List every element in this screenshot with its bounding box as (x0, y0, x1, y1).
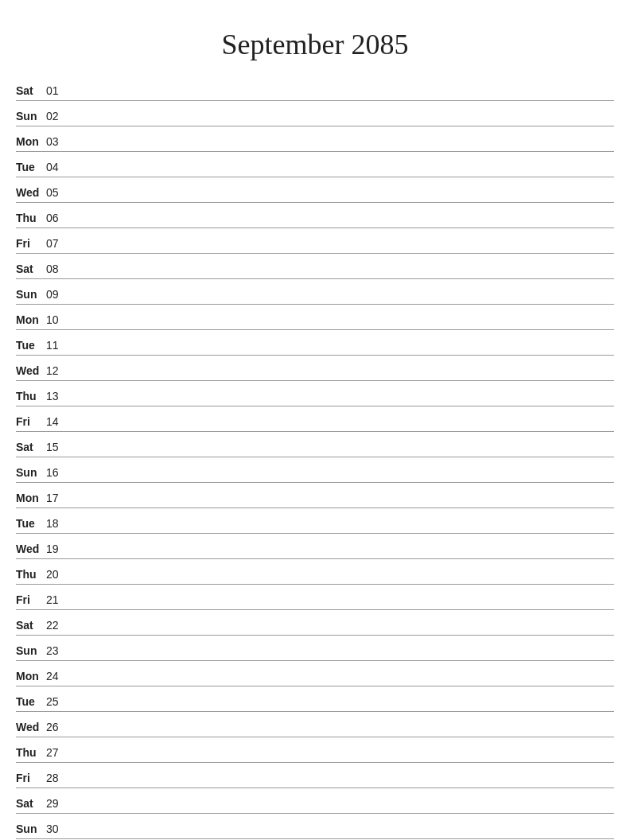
day-name: Fri (16, 593, 46, 609)
day-name: Mon (16, 670, 46, 686)
day-name: Thu (16, 568, 46, 584)
calendar-row: Thu13 (16, 381, 614, 406)
day-number: 02 (46, 110, 70, 126)
day-number: 11 (46, 339, 70, 355)
day-line (70, 710, 614, 711)
page: September 2085 Sat01Sun02Mon03Tue04Wed05… (0, 0, 630, 840)
day-line (70, 761, 614, 762)
day-line (70, 303, 614, 304)
day-line (70, 481, 614, 482)
day-line (70, 507, 614, 508)
day-number: 19 (46, 542, 70, 558)
day-name: Tue (16, 517, 46, 533)
day-number: 13 (46, 390, 70, 406)
day-name: Sat (16, 619, 46, 635)
calendar-row: Sat22 (16, 610, 614, 636)
day-line (70, 354, 614, 355)
calendar-row: Tue18 (16, 508, 614, 534)
day-number: 20 (46, 568, 70, 584)
calendar-row: Wed26 (16, 712, 614, 737)
day-number: 27 (46, 746, 70, 762)
day-name: Wed (16, 542, 46, 558)
day-line (70, 634, 614, 635)
day-name: Thu (16, 212, 46, 228)
day-name: Tue (16, 695, 46, 711)
day-line (70, 252, 614, 253)
day-name: Thu (16, 390, 46, 406)
calendar-row: Wed19 (16, 534, 614, 559)
day-name: Wed (16, 186, 46, 202)
day-name: Thu (16, 746, 46, 762)
calendar-row: Mon24 (16, 661, 614, 686)
day-number: 04 (46, 161, 70, 177)
day-name: Wed (16, 364, 46, 380)
day-line (70, 609, 614, 609)
day-line (70, 812, 614, 813)
day-line (70, 125, 614, 126)
calendar-row: Sat15 (16, 432, 614, 457)
day-line (70, 227, 614, 228)
day-line (70, 558, 614, 558)
day-number: 14 (46, 415, 70, 431)
day-number: 17 (46, 492, 70, 508)
day-line (70, 176, 614, 177)
calendar-row: Wed05 (16, 177, 614, 203)
day-number: 25 (46, 695, 70, 711)
day-number: 03 (46, 135, 70, 151)
day-name: Mon (16, 492, 46, 508)
day-name: Mon (16, 135, 46, 151)
calendar-row: Fri07 (16, 228, 614, 254)
day-line (70, 685, 614, 686)
calendar-row: Sun16 (16, 457, 614, 483)
calendar-row: Tue25 (16, 686, 614, 712)
day-number: 26 (46, 721, 70, 737)
calendar-row: Sun02 (16, 101, 614, 126)
day-name: Sat (16, 262, 46, 278)
day-number: 23 (46, 644, 70, 660)
calendar-row: Fri14 (16, 406, 614, 432)
day-number: 22 (46, 619, 70, 635)
calendar: Sat01Sun02Mon03Tue04Wed05Thu06Fri07Sat08… (16, 76, 614, 839)
day-line (70, 150, 614, 151)
day-name: Sun (16, 644, 46, 660)
calendar-row: Mon17 (16, 483, 614, 508)
calendar-row: Thu20 (16, 559, 614, 585)
calendar-row: Sun09 (16, 279, 614, 305)
day-name: Sun (16, 288, 46, 304)
day-name: Fri (16, 772, 46, 788)
day-number: 09 (46, 288, 70, 304)
calendar-row: Mon10 (16, 305, 614, 330)
day-number: 10 (46, 313, 70, 329)
day-name: Sun (16, 822, 46, 838)
calendar-row: Tue11 (16, 330, 614, 356)
calendar-row: Fri21 (16, 585, 614, 610)
day-number: 01 (46, 84, 70, 100)
day-number: 29 (46, 797, 70, 813)
day-line (70, 736, 614, 737)
calendar-row: Tue04 (16, 152, 614, 177)
calendar-row: Sat08 (16, 254, 614, 279)
day-name: Fri (16, 415, 46, 431)
day-number: 07 (46, 237, 70, 253)
day-line (70, 329, 614, 329)
day-number: 28 (46, 772, 70, 788)
day-line (70, 201, 614, 202)
day-number: 15 (46, 441, 70, 457)
day-line (70, 379, 614, 380)
day-number: 24 (46, 670, 70, 686)
calendar-row: Sun30 (16, 814, 614, 839)
day-line (70, 278, 614, 278)
day-number: 06 (46, 212, 70, 228)
calendar-row: Thu27 (16, 737, 614, 763)
day-number: 30 (46, 822, 70, 838)
page-title: September 2085 (16, 16, 614, 76)
calendar-row: Wed12 (16, 356, 614, 381)
day-name: Tue (16, 161, 46, 177)
day-name: Sun (16, 466, 46, 482)
calendar-row: Sat01 (16, 76, 614, 101)
calendar-row: Sat29 (16, 788, 614, 814)
day-name: Sat (16, 84, 46, 100)
day-number: 18 (46, 517, 70, 533)
calendar-row: Fri28 (16, 763, 614, 788)
day-name: Sun (16, 110, 46, 126)
